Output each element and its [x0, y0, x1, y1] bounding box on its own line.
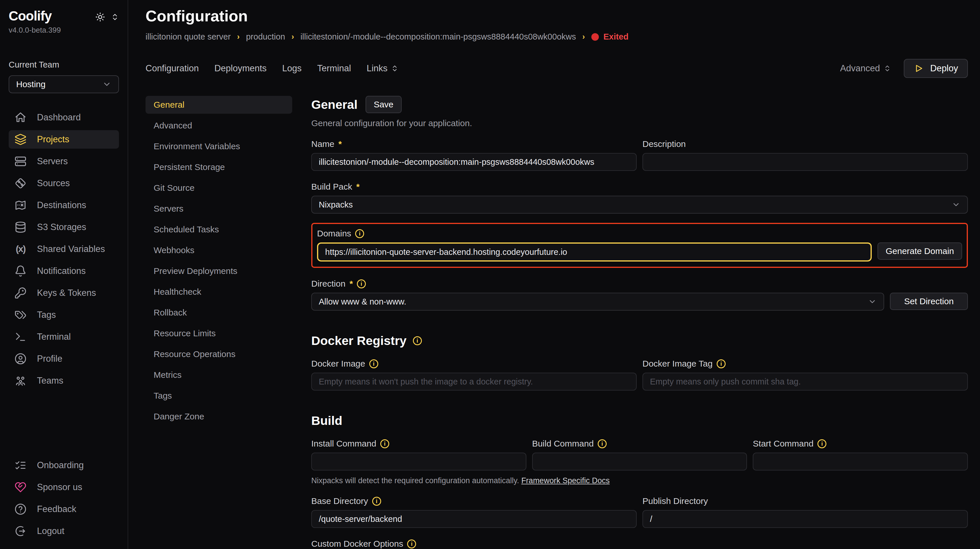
breadcrumb-resource[interactable]: illicitestonion/-module--decomposition:m… — [300, 32, 576, 41]
info-icon[interactable]: i — [372, 497, 381, 506]
sidebar-item-label: Profile — [37, 354, 62, 364]
generate-domain-button[interactable]: Generate Domain — [878, 243, 962, 260]
sidebar-item-label: Sponsor us — [37, 482, 82, 492]
info-icon[interactable]: i — [818, 440, 826, 448]
deploy-button[interactable]: Deploy — [904, 59, 968, 78]
sidebar-item-s3-storages[interactable]: S3 Storages — [9, 218, 119, 236]
build-pack-value: Nixpacks — [319, 200, 353, 209]
domains-input[interactable] — [317, 243, 872, 262]
sidebar-item-label: Shared Variables — [37, 244, 105, 254]
subnav-item-resource-operations[interactable]: Resource Operations — [146, 345, 292, 363]
start-command-input[interactable] — [753, 452, 968, 470]
sidebar-item-label: Onboarding — [37, 460, 84, 470]
publish-directory-input[interactable] — [643, 510, 968, 528]
breadcrumb-environment[interactable]: production — [246, 32, 285, 41]
sidebar-item-terminal[interactable]: Terminal — [9, 328, 119, 346]
tab-deployments[interactable]: Deployments — [214, 63, 267, 74]
sidebar-item-sponsor-us[interactable]: Sponsor us — [9, 478, 119, 497]
status-badge: Exited — [591, 32, 628, 41]
sidebar-item-profile[interactable]: Profile — [9, 349, 119, 368]
info-icon[interactable]: i — [357, 279, 366, 288]
sidebar-item-shared-variables[interactable]: (x) Shared Variables — [9, 240, 119, 258]
team-select[interactable]: Hosting — [9, 75, 119, 93]
tab-terminal[interactable]: Terminal — [317, 63, 351, 74]
info-icon[interactable]: i — [369, 359, 378, 368]
subnav-item-resource-limits[interactable]: Resource Limits — [146, 324, 292, 342]
chevron-right-icon: › — [237, 32, 240, 41]
domains-label: Domains i — [317, 228, 962, 238]
subnav-item-advanced[interactable]: Advanced — [146, 117, 292, 135]
sidebar-item-label: Keys & Tokens — [37, 288, 96, 298]
base-directory-input[interactable] — [311, 510, 637, 528]
sidebar-item-destinations[interactable]: Destinations — [9, 196, 119, 214]
subnav-item-environment-variables[interactable]: Environment Variables — [146, 137, 292, 155]
info-icon[interactable]: i — [407, 539, 416, 548]
info-icon[interactable]: i — [355, 229, 364, 238]
docker-image-input[interactable] — [311, 373, 637, 390]
build-command-input[interactable] — [532, 452, 747, 470]
tab-logs[interactable]: Logs — [282, 63, 301, 74]
subnav-item-servers[interactable]: Servers — [146, 200, 292, 217]
sidebar-item-projects[interactable]: Projects — [9, 130, 119, 149]
sidebar-item-dashboard[interactable]: Dashboard — [9, 108, 119, 127]
direction-label: Direction * i — [311, 279, 968, 289]
docker-image-tag-input[interactable] — [643, 373, 968, 390]
theme-toggle-sun-icon[interactable] — [95, 12, 105, 22]
theme-select-chevrons-icon[interactable] — [111, 13, 119, 21]
set-direction-button[interactable]: Set Direction — [890, 293, 968, 310]
sidebar-footer: Onboarding Sponsor us Feedback Logout — [9, 456, 119, 540]
subnav-item-preview-deployments[interactable]: Preview Deployments — [146, 262, 292, 280]
sidebar-item-feedback[interactable]: Feedback — [9, 500, 119, 519]
build-pack-select[interactable]: Nixpacks — [311, 196, 968, 214]
framework-docs-link[interactable]: Framework Specific Docs — [521, 476, 609, 485]
sidebar-item-teams[interactable]: Teams — [9, 371, 119, 390]
build-pack-label: Build Pack * — [311, 182, 968, 192]
tab-links-label: Links — [367, 63, 388, 74]
sidebar-item-keys-tokens[interactable]: Keys & Tokens — [9, 284, 119, 302]
tab-links[interactable]: Links — [367, 63, 398, 74]
direction-select[interactable]: Allow www & non-www. — [311, 293, 884, 311]
key-icon — [14, 287, 27, 299]
subnav-item-healthcheck[interactable]: Healthcheck — [146, 283, 292, 301]
subnav-item-general[interactable]: General — [146, 96, 292, 114]
sidebar-item-sources[interactable]: Sources — [9, 174, 119, 192]
tab-configuration[interactable]: Configuration — [146, 63, 199, 74]
sidebar-item-tags[interactable]: Tags — [9, 306, 119, 324]
start-command-label: Start Command i — [753, 439, 968, 449]
description-input[interactable] — [643, 153, 968, 171]
info-icon[interactable]: i — [413, 336, 422, 345]
info-icon[interactable]: i — [380, 440, 389, 448]
play-icon — [913, 63, 923, 73]
checklist-icon — [14, 459, 27, 471]
subnav-item-metrics[interactable]: Metrics — [146, 366, 292, 384]
chevron-down-icon — [102, 80, 111, 89]
info-icon[interactable]: i — [717, 359, 725, 368]
publish-directory-label: Publish Directory — [643, 496, 968, 506]
info-icon[interactable]: i — [598, 440, 607, 448]
subnav-item-rollback[interactable]: Rollback — [146, 304, 292, 322]
subnav-item-scheduled-tasks[interactable]: Scheduled Tasks — [146, 221, 292, 238]
sidebar-item-logout[interactable]: Logout — [9, 522, 119, 540]
subnav-item-persistent-storage[interactable]: Persistent Storage — [146, 158, 292, 176]
subnav-item-webhooks[interactable]: Webhooks — [146, 241, 292, 259]
sidebar-item-label: Sources — [37, 178, 70, 189]
save-button[interactable]: Save — [366, 96, 401, 113]
sidebar-item-notifications[interactable]: Notifications — [9, 262, 119, 280]
name-label: Name * — [311, 139, 637, 149]
tags-icon — [14, 309, 27, 321]
advanced-toggle[interactable]: Advanced — [840, 63, 891, 74]
terminal-icon — [14, 331, 27, 343]
subnav-item-danger-zone[interactable]: Danger Zone — [146, 408, 292, 425]
sidebar-item-onboarding[interactable]: Onboarding — [9, 456, 119, 474]
server-icon — [14, 155, 27, 167]
name-input[interactable] — [311, 153, 637, 171]
sidebar-item-servers[interactable]: Servers — [9, 152, 119, 171]
database-icon — [14, 221, 27, 233]
install-command-input[interactable] — [311, 452, 527, 470]
breadcrumb-project[interactable]: illicitonion quote server — [146, 32, 231, 41]
page-title: Configuration — [146, 8, 968, 25]
custom-docker-options-label: Custom Docker Options i — [311, 539, 968, 549]
subnav-item-tags[interactable]: Tags — [146, 387, 292, 405]
sidebar-item-label: Terminal — [37, 332, 71, 342]
subnav-item-git-source[interactable]: Git Source — [146, 179, 292, 197]
